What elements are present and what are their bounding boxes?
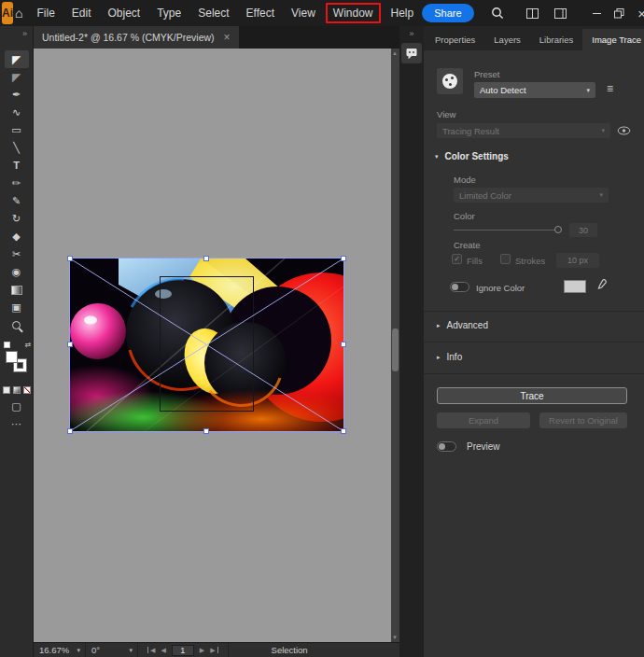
swap-colors-icon[interactable]: ⇄ bbox=[25, 341, 32, 349]
menu-item-type[interactable]: Type bbox=[148, 0, 189, 26]
line-segment-tool[interactable]: ╲ bbox=[5, 139, 29, 157]
menu-list: File Edit Object Type Select Effect View… bbox=[28, 0, 422, 26]
ignore-color-swatch[interactable] bbox=[564, 280, 586, 293]
color-fill-box[interactable] bbox=[3, 386, 10, 394]
selection-tool[interactable]: ◤ bbox=[5, 50, 29, 68]
tab-properties[interactable]: Properties bbox=[426, 29, 484, 50]
menu-item-effect[interactable]: Effect bbox=[238, 0, 283, 26]
menu-item-edit[interactable]: Edit bbox=[63, 0, 100, 26]
trace-button[interactable]: Trace bbox=[437, 387, 627, 404]
view-dropdown[interactable]: Tracing Result ▾ bbox=[437, 123, 610, 138]
chevron-down-icon: ▾ bbox=[601, 127, 605, 134]
section-info[interactable]: ▸ Info bbox=[437, 352, 462, 362]
direct-selection-tool[interactable]: ◤ bbox=[5, 68, 29, 86]
expand-toolbar-icon[interactable]: » bbox=[0, 26, 33, 41]
eraser-tool[interactable]: ◆ bbox=[5, 228, 29, 245]
edit-toolbar-icon[interactable]: ⋯ bbox=[11, 419, 21, 429]
workspace-icon bbox=[554, 8, 567, 19]
menu-item-view[interactable]: View bbox=[283, 0, 324, 26]
section-advanced[interactable]: ▸ Advanced bbox=[437, 320, 488, 330]
artboard-tool[interactable]: ▣ bbox=[5, 299, 29, 316]
type-tool[interactable]: T bbox=[5, 157, 29, 175]
default-colors-icon[interactable] bbox=[4, 342, 10, 348]
scrollbar-thumb[interactable] bbox=[392, 328, 399, 371]
chevron-down-icon: ▾ bbox=[586, 87, 590, 94]
curvature-tool[interactable]: ∿ bbox=[5, 104, 29, 121]
menu-item-object[interactable]: Object bbox=[100, 0, 149, 26]
color-slider[interactable] bbox=[454, 230, 556, 231]
preview-toggle[interactable] bbox=[437, 441, 456, 452]
home-button[interactable]: ⌂ bbox=[15, 0, 22, 26]
blend-icon: ◉ bbox=[12, 267, 21, 277]
menu-item-select[interactable]: Select bbox=[189, 0, 237, 26]
none-box[interactable] bbox=[23, 386, 31, 394]
fills-checkbox[interactable]: ✓ bbox=[452, 254, 462, 264]
menu-item-file[interactable]: File bbox=[28, 0, 63, 26]
collapse-panel-icon[interactable]: » bbox=[399, 26, 424, 38]
mode-label: Mode bbox=[454, 175, 476, 185]
strokes-checkbox[interactable] bbox=[500, 254, 511, 264]
paintbrush-icon: ✏ bbox=[12, 178, 21, 189]
next-artboard-button[interactable]: ▶ bbox=[200, 647, 204, 653]
rectangle-tool[interactable]: ▭ bbox=[5, 121, 29, 139]
panel-menu-icon[interactable]: ≡ bbox=[607, 83, 613, 94]
vertical-scrollbar[interactable]: ▲ ▼ bbox=[391, 49, 399, 642]
arrange-documents-button[interactable] bbox=[523, 0, 543, 26]
type-icon: T bbox=[13, 161, 20, 171]
minimize-button[interactable] bbox=[586, 0, 609, 26]
close-button[interactable]: × bbox=[631, 0, 644, 26]
fill-color-swatch[interactable] bbox=[6, 351, 18, 363]
first-artboard-button[interactable]: ◀ bbox=[147, 647, 155, 653]
zoom-tool[interactable] bbox=[5, 316, 29, 334]
share-button[interactable]: Share bbox=[422, 4, 473, 22]
document-tab[interactable]: Untitled-2* @ 16.67 % (CMYK/Preview) × bbox=[34, 26, 239, 49]
info-header: Info bbox=[447, 352, 463, 362]
scroll-down-icon[interactable]: ▼ bbox=[392, 635, 398, 640]
preset-icon-button[interactable] bbox=[437, 68, 463, 94]
color-value-box[interactable]: 30 bbox=[569, 223, 597, 237]
preset-dropdown[interactable]: Auto Detect ▾ bbox=[474, 82, 595, 98]
pen-tool[interactable]: ✒ bbox=[5, 86, 29, 104]
canvas-area[interactable]: ▲ ▼ bbox=[34, 49, 399, 642]
mode-dropdown[interactable]: Limited Color ▾ bbox=[454, 188, 609, 203]
expand-button[interactable]: Expand bbox=[437, 412, 530, 428]
tools-panel: » ◤ ◤ ✒ ∿ ▭ ╲ T ✏ ✎ ↻ ◆ ✂ ◉ ▣ ⇄ bbox=[0, 26, 34, 657]
tab-libraries[interactable]: Libraries bbox=[530, 29, 582, 50]
menu-item-help[interactable]: Help bbox=[383, 0, 423, 26]
artboard-number-input[interactable] bbox=[172, 645, 194, 656]
slider-knob[interactable] bbox=[554, 226, 562, 233]
close-tab-icon[interactable]: × bbox=[224, 32, 231, 43]
paintbrush-tool[interactable]: ✏ bbox=[5, 175, 29, 192]
tab-image-trace[interactable]: Image Trace bbox=[582, 29, 644, 50]
zoom-level-dropdown[interactable]: 16.67% ▾ bbox=[34, 643, 86, 657]
rotation-dropdown[interactable]: 0° ▾ bbox=[86, 643, 138, 657]
comments-button[interactable] bbox=[401, 43, 422, 63]
stroke-width-input[interactable]: 10 px bbox=[556, 253, 599, 268]
document-tab-title: Untitled-2* @ 16.67 % (CMYK/Preview) bbox=[42, 32, 215, 43]
pencil-tool[interactable]: ✎ bbox=[5, 192, 29, 210]
zoom-icon bbox=[12, 321, 21, 329]
menu-item-window[interactable]: Window bbox=[326, 3, 381, 23]
ignore-color-toggle[interactable] bbox=[450, 282, 469, 292]
previous-artboard-button[interactable]: ◀ bbox=[161, 647, 165, 653]
search-button[interactable] bbox=[487, 0, 508, 26]
scissors-tool[interactable]: ✂ bbox=[5, 245, 29, 263]
gradient-box[interactable] bbox=[13, 386, 21, 394]
scroll-up-icon[interactable]: ▲ bbox=[392, 50, 398, 56]
ignore-color-label: Ignore Color bbox=[476, 283, 525, 293]
section-color-settings[interactable]: ▾ Color Settings bbox=[435, 151, 509, 161]
eye-icon[interactable] bbox=[617, 126, 631, 135]
draw-mode-icon[interactable]: ▢ bbox=[11, 401, 21, 412]
eyedropper-icon[interactable] bbox=[595, 278, 608, 291]
tool-list: ◤ ◤ ✒ ∿ ▭ ╲ T ✏ ✎ ↻ ◆ ✂ ◉ ▣ bbox=[5, 50, 29, 334]
workspace-switcher-button[interactable] bbox=[551, 0, 571, 26]
restore-button[interactable] bbox=[609, 0, 631, 26]
blend-tool[interactable]: ◉ bbox=[5, 263, 29, 281]
image-trace-panel: Preset Auto Detect ▾ ≡ View Tracing Resu… bbox=[424, 50, 644, 657]
gradient-tool[interactable] bbox=[5, 281, 29, 299]
revert-to-original-button[interactable]: Revert to Original bbox=[539, 412, 627, 428]
last-artboard-button[interactable]: ▶ bbox=[210, 647, 217, 653]
rotation-value: 0° bbox=[91, 645, 100, 655]
tab-layers[interactable]: Layers bbox=[484, 29, 530, 50]
rotate-tool[interactable]: ↻ bbox=[5, 210, 29, 228]
